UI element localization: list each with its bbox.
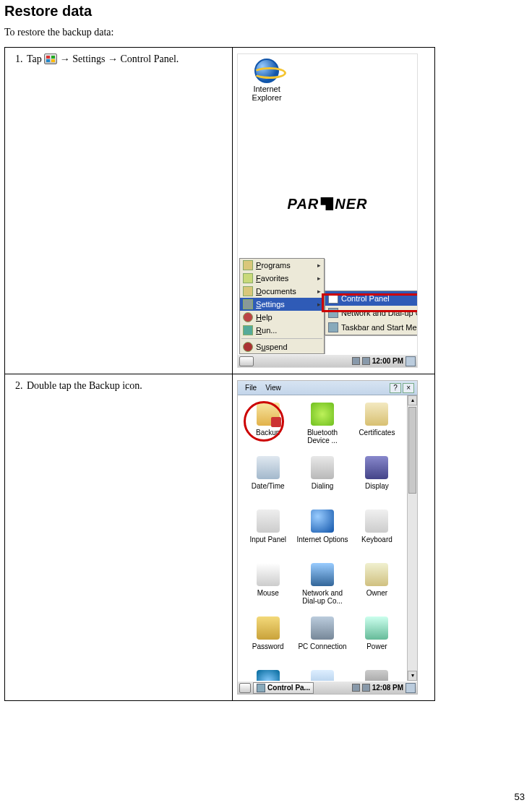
remove-icon: [311, 670, 334, 681]
display-icon: [365, 456, 388, 479]
internetoptions-icon: [311, 510, 334, 533]
tray-icon[interactable]: [362, 684, 370, 692]
show-desktop-icon[interactable]: [406, 356, 416, 366]
cp-inputpanel[interactable]: Input Panel: [241, 510, 295, 543]
start-button[interactable]: [239, 356, 254, 366]
start-menu: Programs▸ Favorites▸ Documents▸ Settings…: [239, 258, 325, 354]
help-button[interactable]: ?: [390, 383, 401, 393]
cp-remove[interactable]: Remove Programs: [296, 670, 349, 681]
submenu-taskbar[interactable]: Taskbar and Start Menu...: [325, 320, 418, 335]
clock: 12:00 PM: [372, 357, 403, 365]
screenshot-start-menu: Internet Explorer PARNER Programs▸ Favor…: [237, 53, 418, 368]
menu-file[interactable]: File: [241, 384, 261, 392]
steps-table: Tap → Settings → Control Panel. Internet…: [4, 47, 435, 701]
scroll-down-icon[interactable]: ▾: [408, 671, 417, 681]
start-icon: [44, 53, 57, 64]
taskbar: Control Pa... 12:08 PM: [238, 681, 417, 694]
screenshot-control-panel: File View ? × Backup Bluetooth Device ..…: [237, 380, 418, 695]
close-button[interactable]: ×: [403, 383, 414, 393]
control-panel-grid: Backup Bluetooth Device ... Certificates…: [238, 398, 407, 681]
tray-icon[interactable]: [352, 357, 360, 365]
cp-datetime[interactable]: Date/Time: [241, 456, 295, 490]
taskbar: 12:00 PM: [238, 354, 417, 367]
cp-certificates[interactable]: Certificates: [350, 403, 403, 437]
datetime-icon: [257, 456, 280, 479]
cp-power[interactable]: Power: [350, 616, 403, 650]
cp-regional[interactable]: Regional Settings: [241, 670, 295, 681]
scrollbar[interactable]: ▴ ▾: [407, 395, 417, 681]
system-tray: 12:00 PM: [352, 356, 416, 366]
cp-backup[interactable]: Backup: [241, 403, 295, 437]
menu-settings[interactable]: Settings▸: [240, 298, 324, 311]
setting-m-icon: [365, 670, 388, 681]
page-number: 53: [515, 791, 525, 802]
regional-icon: [257, 670, 280, 681]
ie-icon: [254, 59, 279, 83]
cp-owner[interactable]: Owner: [350, 563, 403, 597]
cp-network[interactable]: Network and Dial-up Co...: [296, 563, 349, 605]
menu-view[interactable]: View: [261, 384, 286, 392]
pcconnection-icon: [311, 616, 334, 640]
certificates-icon: [365, 403, 388, 426]
scroll-thumb[interactable]: [408, 407, 416, 494]
bluetooth-icon: [311, 403, 334, 426]
cp-keyboard[interactable]: Keyboard: [350, 510, 403, 543]
backup-icon: [257, 403, 280, 426]
intro-text: To restore the backup data:: [4, 27, 528, 38]
start-button[interactable]: [239, 683, 251, 693]
ie-desktop-icon[interactable]: Internet Explorer: [246, 59, 287, 102]
menu-programs[interactable]: Programs▸: [240, 259, 324, 272]
inputpanel-icon: [257, 510, 280, 533]
settings-submenu: Control Panel Network and Dial-up Connec…: [325, 291, 418, 335]
taskbar-controlpanel-button[interactable]: Control Pa...: [253, 682, 314, 694]
dialing-icon: [311, 456, 334, 479]
partner-logo: PARNER: [288, 196, 368, 212]
menu-run[interactable]: Run...: [240, 324, 324, 337]
cp-password[interactable]: Password: [241, 616, 295, 650]
cp-display[interactable]: Display: [350, 456, 403, 490]
cp-setting-m[interactable]: Setting_M...: [350, 670, 403, 681]
menu-help[interactable]: Help: [240, 311, 324, 324]
keyboard-icon: [365, 510, 388, 533]
menu-documents[interactable]: Documents▸: [240, 285, 324, 298]
owner-icon: [365, 563, 388, 586]
mouse-icon: [257, 563, 280, 586]
step-1: Tap → Settings → Control Panel.: [25, 53, 228, 65]
system-tray: 12:08 PM: [352, 683, 416, 693]
submenu-network[interactable]: Network and Dial-up Connections: [325, 306, 418, 320]
submenu-control-panel[interactable]: Control Panel: [325, 291, 418, 306]
network-icon: [311, 563, 334, 586]
show-desktop-icon[interactable]: [406, 683, 416, 693]
ie-label: Internet Explorer: [246, 85, 287, 102]
tray-icon[interactable]: [352, 684, 360, 692]
page-heading: Restore data: [4, 3, 528, 20]
cp-mouse[interactable]: Mouse: [241, 563, 295, 597]
menu-suspend[interactable]: Suspend: [240, 340, 324, 353]
controlpanel-icon: [257, 684, 265, 692]
window-menubar: File View ? ×: [238, 381, 417, 395]
cp-dialing[interactable]: Dialing: [296, 456, 349, 490]
tray-icon[interactable]: [362, 357, 370, 365]
scroll-up-icon[interactable]: ▴: [408, 395, 417, 405]
power-icon: [365, 616, 388, 640]
clock: 12:08 PM: [372, 684, 403, 692]
cp-bluetooth[interactable]: Bluetooth Device ...: [296, 403, 349, 444]
step-2: Double tap the Backup icon.: [25, 380, 228, 392]
cp-pcconnection[interactable]: PC Connection: [296, 616, 349, 650]
menu-favorites[interactable]: Favorites▸: [240, 272, 324, 285]
cp-internetoptions[interactable]: Internet Options: [296, 510, 349, 543]
password-icon: [257, 616, 280, 640]
